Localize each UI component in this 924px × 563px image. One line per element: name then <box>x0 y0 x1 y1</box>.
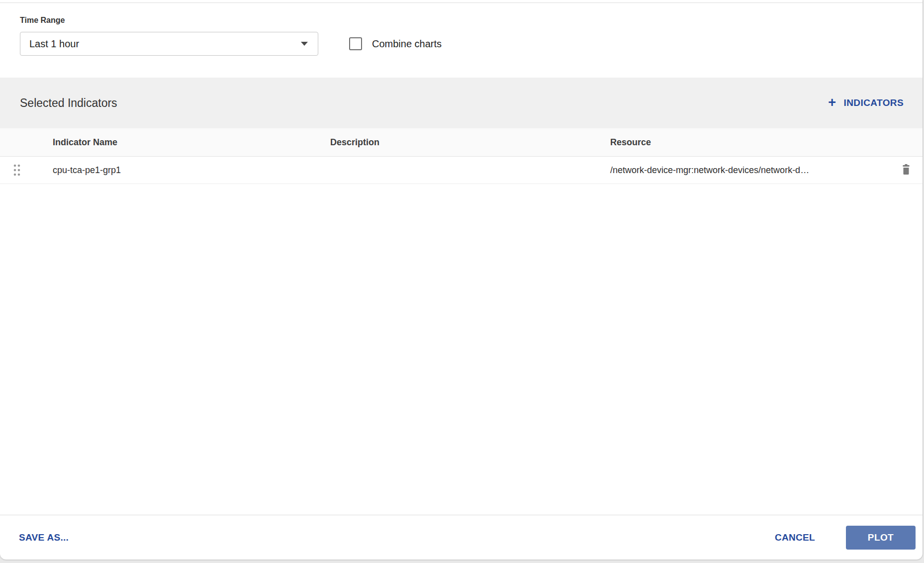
column-header-resource: Resource <box>610 137 891 148</box>
indicator-name-cell: cpu-tca-pe1-grp1 <box>53 165 330 176</box>
cancel-button[interactable]: CANCEL <box>775 532 815 543</box>
combine-charts-control[interactable]: Combine charts <box>349 37 442 50</box>
time-range-value: Last 1 hour <box>29 38 79 50</box>
plus-icon: + <box>828 96 836 109</box>
trash-icon <box>902 164 911 177</box>
caret-down-icon <box>301 42 308 46</box>
combine-charts-checkbox[interactable] <box>349 37 362 50</box>
indicators-table-header: Indicator Name Description Resource <box>0 128 923 157</box>
time-range-select[interactable]: Last 1 hour <box>20 32 318 56</box>
table-row: cpu-tca-pe1-grp1 /network-device-mgr:net… <box>0 157 923 184</box>
add-indicators-button-label: INDICATORS <box>844 97 904 108</box>
save-as-button[interactable]: SAVE AS... <box>19 532 69 543</box>
combine-charts-label: Combine charts <box>372 38 442 50</box>
add-indicators-button[interactable]: + INDICATORS <box>828 96 904 110</box>
plot-button[interactable]: PLOT <box>846 526 916 550</box>
controls-section: Time Range Last 1 hour Combine charts <box>0 3 923 78</box>
drag-handle-icon[interactable] <box>13 163 21 177</box>
selected-indicators-header: Selected Indicators + INDICATORS <box>0 78 923 128</box>
resource-cell: /network-device-mgr:network-devices/netw… <box>610 165 891 176</box>
selected-indicators-title: Selected Indicators <box>20 96 117 110</box>
column-header-description: Description <box>330 137 610 148</box>
delete-indicator-button[interactable] <box>902 164 911 177</box>
column-header-indicator-name: Indicator Name <box>53 137 330 148</box>
plot-configuration-dialog: Time Range Last 1 hour Combine charts Se… <box>0 0 923 560</box>
empty-table-area <box>0 184 923 515</box>
dialog-footer: SAVE AS... CANCEL PLOT <box>0 515 923 560</box>
time-range-label: Time Range <box>20 16 903 25</box>
